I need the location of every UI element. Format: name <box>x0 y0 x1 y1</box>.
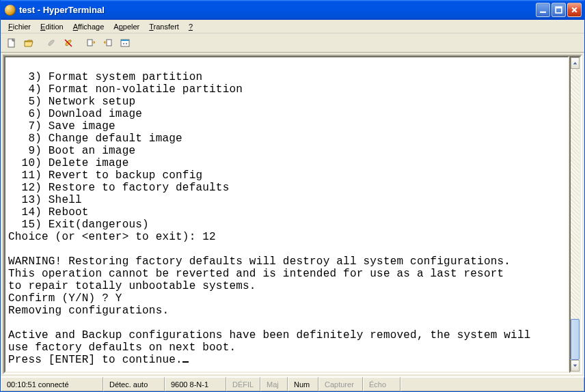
scroll-thumb[interactable] <box>571 319 580 360</box>
receive-file-button[interactable] <box>100 36 115 51</box>
scroll-up-button[interactable] <box>571 57 580 69</box>
statusbar: 00:10:51 connecté Détec. auto 9600 8-N-1… <box>1 376 584 391</box>
scroll-down-button[interactable] <box>571 360 580 372</box>
client-area: 3) Format system partition 4) Format non… <box>3 55 582 374</box>
svg-point-9 <box>123 43 124 44</box>
menu-appeler[interactable]: Appeler <box>109 21 144 32</box>
status-num: Num <box>288 377 318 391</box>
toolbar <box>1 33 584 53</box>
svg-point-10 <box>126 43 127 44</box>
svg-rect-0 <box>540 12 546 13</box>
window-title: test - HyperTerminal <box>19 5 536 15</box>
terminal-output: 3) Format system partition 4) Format non… <box>5 57 568 367</box>
status-maj: Maj <box>260 377 288 391</box>
status-autodetect: Détec. auto <box>103 377 165 391</box>
vertical-scrollbar[interactable] <box>569 56 581 373</box>
menu-fichier[interactable]: Fichier <box>3 21 36 32</box>
send-file-button[interactable] <box>83 36 98 51</box>
close-button[interactable] <box>567 3 582 17</box>
status-time-connected: 00:10:51 connecté <box>1 377 103 391</box>
properties-button[interactable] <box>117 36 133 51</box>
disconnect-button[interactable] <box>60 36 76 51</box>
status-port-settings: 9600 8-N-1 <box>165 377 226 391</box>
menu-transfert[interactable]: Transfert <box>144 21 184 32</box>
svg-rect-2 <box>556 7 562 8</box>
menu-affichage[interactable]: Affichage <box>68 21 109 32</box>
status-spacer <box>400 377 584 391</box>
svg-rect-6 <box>107 40 111 46</box>
svg-rect-5 <box>87 40 92 46</box>
status-capturer: Capturer <box>318 377 363 391</box>
status-echo: Écho <box>363 377 400 391</box>
menu-edition[interactable]: Edition <box>36 21 68 32</box>
new-doc-button[interactable] <box>3 36 19 51</box>
menubar: Fichier Edition Affichage Appeler Transf… <box>1 20 584 33</box>
titlebar: test - HyperTerminal <box>1 0 584 20</box>
open-button[interactable] <box>21 36 36 51</box>
svg-rect-8 <box>121 40 129 41</box>
window-buttons <box>536 3 582 17</box>
scroll-track[interactable] <box>571 69 580 360</box>
status-defil: DÉFIL <box>226 377 260 391</box>
terminal-viewport[interactable]: 3) Format system partition 4) Format non… <box>4 56 569 373</box>
maximize-button[interactable] <box>552 3 566 17</box>
connect-button[interactable] <box>43 36 59 51</box>
menu-aide[interactable]: ? <box>184 21 198 32</box>
app-icon <box>5 5 16 16</box>
minimize-button[interactable] <box>536 3 550 17</box>
